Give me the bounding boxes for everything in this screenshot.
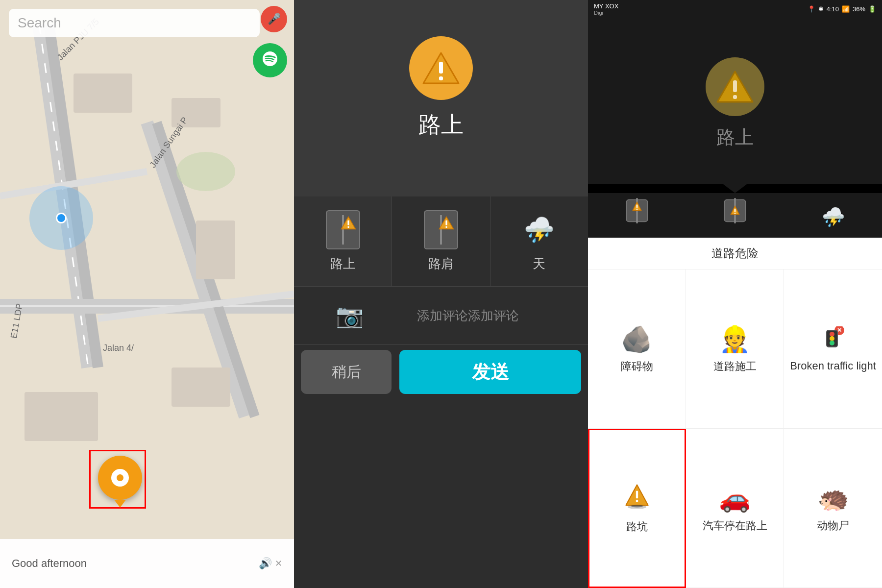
svg-rect-45 [636,490,638,498]
cat-item-weather[interactable]: ⛈️ 天 [490,196,588,286]
svg-rect-23 [445,220,447,225]
battery-icon: 🔋 [868,5,876,13]
map-panel: Search 🎤 Jalan PJU 7/5 Jalan Sungai P E1… [0,0,294,588]
detail-icon-circle [706,57,764,116]
status-carrier-info: MY XOX Digi [594,2,618,16]
detail-panel: MY XOX Digi 📍 ✱ 4:10 📶 36% 🔋 路上 [588,0,882,588]
cat-item-shoulder[interactable]: 路肩 [392,196,490,286]
animal-label: 动物尸 [817,518,849,533]
svg-point-42 [830,336,834,341]
sub-cat-shoulder[interactable] [686,198,784,233]
report-panel: 路上 路上 [294,0,588,588]
spotify-icon [261,50,279,71]
search-placeholder: Search [18,15,251,31]
comment-placeholder: 添加评论 [417,307,468,324]
camera-icon: 📷 [336,302,364,329]
sound-icon: 🔊 [259,557,272,570]
road-warning-badge-1 [341,216,356,232]
sub-cat-weather[interactable]: ⛈️ [784,198,882,233]
sub-cat-road[interactable] [588,198,686,233]
obstacle-label: 障碍物 [621,359,653,374]
report-icon-circle [409,36,473,100]
map-roads [0,0,294,588]
car-stopped-icon: 🚗 [719,484,751,514]
road-sign-1 [326,210,360,249]
network-name: Digi [594,10,618,16]
svg-rect-13 [24,392,98,441]
marker-dot [117,474,123,481]
option-animal[interactable]: 🦔 动物尸 [784,429,882,588]
option-traffic-light[interactable]: ✕ Broken traffic light [784,270,882,429]
warning-icon [421,51,461,85]
traffic-light-label: Broken traffic light [790,360,876,372]
report-title: 路上 [418,110,464,140]
battery-level: 36% [853,5,865,13]
svg-rect-21 [347,226,349,228]
report-top-section: 路上 [294,0,588,186]
later-label: 稍后 [332,362,361,382]
svg-point-43 [830,341,834,345]
svg-rect-37 [735,213,736,214]
sub-cat-road-icon [625,198,649,228]
pothole-icon [624,483,650,514]
options-grid: 🪨 障碍物 👷 道路施工 ✕ Broken traffic light [588,270,882,588]
sub-cat-shoulder-icon [723,198,747,228]
bluetooth-icon: ✱ [818,5,824,13]
cat-label-weather: 天 [533,255,545,272]
time-display: 4:10 [827,5,839,13]
send-button[interactable]: 发送 [399,350,581,394]
svg-rect-14 [172,368,230,407]
send-label: 发送 [472,360,509,385]
svg-rect-26 [733,80,737,92]
detail-title: 路上 [716,125,754,150]
detail-notch [723,184,747,193]
svg-rect-31 [637,205,638,208]
svg-rect-12 [196,220,235,279]
comment-area[interactable]: 添加评论 添加评论 [405,297,588,334]
cat-label-road: 路上 [330,255,356,272]
car-stopped-label: 汽车停在路上 [703,518,767,533]
option-pothole[interactable]: 路坑 [588,429,686,588]
spotify-button[interactable] [253,43,287,77]
category-row: 路上 路肩 [294,196,588,287]
option-obstacle[interactable]: 🪨 障碍物 [588,270,686,429]
map-background [0,0,294,588]
status-bar: MY XOX Digi 📍 ✱ 4:10 📶 36% 🔋 [588,0,882,18]
carrier-name: MY XOX [594,2,618,10]
orange-marker[interactable] [98,456,142,500]
greeting-text: Good afternoon [12,557,87,570]
input-row: 📷 添加评论 添加评论 [294,287,588,345]
mute-icon: ✕ [275,558,282,569]
svg-rect-27 [733,95,737,99]
animal-icon: 🦔 [817,484,849,514]
cat-icon-weather: ⛈️ [519,210,559,249]
search-bar[interactable]: Search [9,9,260,37]
svg-rect-5 [0,305,294,307]
svg-point-41 [830,332,834,337]
location-dot [56,213,67,223]
traffic-light-icon: ✕ [822,325,844,355]
marker-outer [98,456,142,500]
sound-button[interactable]: 🔊 ✕ [259,557,282,570]
later-button[interactable]: 稍后 [301,350,392,394]
svg-rect-17 [439,62,443,74]
marker-tail [114,500,126,508]
options-header: 道路危险 [588,238,882,270]
signal-icon: 📶 [842,5,850,13]
svg-rect-46 [636,499,638,502]
road-sign-2 [424,210,458,249]
sub-category-row: ⛈️ [588,193,882,238]
option-construction[interactable]: 👷 道路施工 [686,270,784,429]
location-icon: 📍 [808,5,815,13]
svg-point-15 [176,152,235,191]
marker-inner [111,469,129,487]
cat-item-road[interactable]: 路上 [294,196,392,286]
camera-button[interactable]: 📷 [294,287,405,344]
option-car-stopped[interactable]: 🚗 汽车停在路上 [686,429,784,588]
sub-cat-weather-icon: ⛈️ [822,206,845,228]
location-circle [29,186,93,250]
status-indicators: 📍 ✱ 4:10 📶 36% 🔋 [808,5,876,13]
mic-button[interactable]: 🎤 [261,6,287,32]
mic-icon: 🎤 [268,13,281,25]
svg-rect-32 [637,209,638,210]
